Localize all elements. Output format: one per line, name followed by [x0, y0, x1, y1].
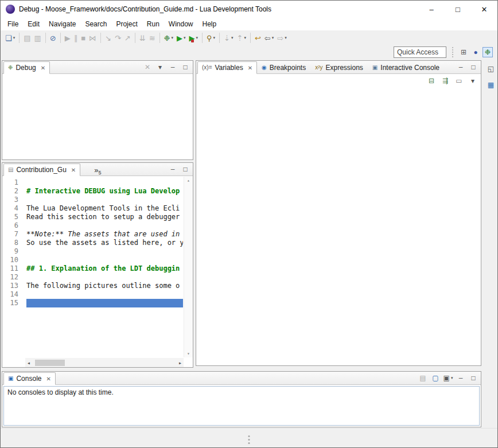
dropdown-arrow-icon[interactable]: ▾ — [272, 36, 274, 40]
editor-line-15[interactable] — [26, 299, 183, 307]
scrollbar-thumb[interactable] — [35, 360, 65, 366]
menu-item-run[interactable]: Run — [142, 19, 164, 29]
editor-horizontal-scrollbar[interactable]: ◂ ▸ — [25, 358, 184, 367]
use-step-filters-button[interactable]: ≋ — [148, 32, 157, 44]
tab-contribution-guide[interactable]: ▤ Contribution_Gu ✕ — [3, 163, 80, 176]
editor-line-3[interactable] — [26, 196, 183, 204]
dropdown-arrow-icon[interactable]: ▾ — [244, 36, 246, 40]
tab-console[interactable]: ▣ Console ✕ — [3, 372, 56, 385]
editor-line-8[interactable]: So use the assets as listed here, or y — [26, 239, 183, 247]
close-icon[interactable]: ✕ — [248, 65, 252, 71]
debug-view-menu-button[interactable]: ▾ — [155, 62, 165, 72]
terminate-button[interactable]: ■ — [80, 32, 87, 44]
scroll-up-icon[interactable]: ▴ — [187, 178, 190, 183]
new-wizard-button[interactable]: ❏▾ — [4, 32, 16, 44]
scroll-down-icon[interactable]: ▾ — [187, 351, 190, 356]
skip-all-breakpoints-button[interactable]: ⊘ — [49, 32, 57, 44]
open-console-monitor-button[interactable]: ▢ — [430, 373, 441, 383]
close-icon[interactable]: ✕ — [46, 376, 50, 382]
open-console-button[interactable]: ▣▾ — [443, 373, 453, 383]
scroll-right-icon[interactable]: ▸ — [178, 360, 182, 366]
close-icon[interactable]: ✕ — [41, 65, 45, 71]
editor-line-11[interactable]: ## 1. Explanation of the LDT debuggin — [26, 264, 183, 273]
menu-item-project[interactable]: Project — [111, 19, 142, 29]
minimized-view-button[interactable]: ▦ — [486, 80, 496, 90]
forward-button[interactable]: ⇨▾ — [276, 32, 287, 44]
suspend-button[interactable]: ∥ — [73, 32, 79, 44]
detail-pane-orientation-button[interactable]: ▭ — [454, 76, 464, 86]
close-icon[interactable]: ✕ — [71, 167, 76, 173]
show-logical-structure-button[interactable]: ⇶ — [440, 76, 450, 86]
minimize-window-button[interactable]: – — [418, 1, 445, 18]
dropdown-arrow-icon[interactable]: ▾ — [196, 36, 199, 40]
editor-vertical-scrollbar[interactable]: ▴ ▾ — [184, 177, 193, 357]
save-button[interactable]: ▤ — [22, 32, 32, 44]
ldt-perspective-button[interactable]: ● — [470, 47, 481, 57]
debug-minimize-button[interactable]: – — [168, 62, 178, 72]
dropdown-arrow-icon[interactable]: ▾ — [13, 36, 15, 40]
open-search-button[interactable]: ⚲▾ — [205, 32, 216, 44]
dropdown-arrow-icon[interactable]: ▾ — [213, 36, 216, 40]
open-perspective-button[interactable]: ⊞ — [458, 47, 469, 57]
drop-to-frame-button[interactable]: ⇊ — [138, 32, 147, 44]
run-button[interactable]: ▶▾ — [176, 32, 187, 44]
menu-item-search[interactable]: Search — [80, 19, 111, 29]
editor-line-5[interactable]: Read this section to setup a debugger — [26, 213, 183, 221]
menu-item-window[interactable]: Window — [164, 19, 198, 29]
editor-line-1[interactable] — [26, 178, 183, 187]
debug-maximize-button[interactable]: □ — [180, 62, 190, 72]
tab-breakpoints[interactable]: ◉Breakpoints — [257, 61, 310, 74]
editor-text[interactable]: # Interactive DEBUG using Lua DevelopThe… — [26, 178, 183, 356]
console-minimize-button[interactable]: – — [456, 373, 466, 383]
step-return-button[interactable]: ↗ — [123, 32, 132, 44]
menu-item-navigate[interactable]: Navigate — [44, 19, 80, 29]
dropdown-arrow-icon[interactable]: ▾ — [231, 36, 234, 40]
resume-button[interactable]: ▶ — [64, 32, 72, 44]
dropdown-arrow-icon[interactable]: ▾ — [184, 36, 186, 40]
next-annotation-button[interactable]: ⇣▾ — [223, 32, 234, 44]
dropdown-arrow-icon[interactable]: ▾ — [285, 36, 287, 40]
external-tools-button[interactable]: ▶▾ — [188, 32, 200, 44]
save-all-button[interactable]: ▥ — [33, 32, 42, 44]
close-window-button[interactable]: ✕ — [471, 1, 497, 18]
debug-button[interactable]: ❉▾ — [163, 32, 174, 44]
previous-annotation-button[interactable]: ⇡▾ — [235, 32, 247, 44]
disconnect-button[interactable]: ⋈ — [88, 32, 98, 44]
menu-item-edit[interactable]: Edit — [23, 19, 44, 29]
back-button[interactable]: ⇦▾ — [263, 32, 275, 44]
editor-line-6[interactable] — [26, 221, 183, 230]
menu-item-help[interactable]: Help — [198, 19, 221, 29]
editor-maximize-button[interactable]: □ — [180, 164, 190, 174]
console-maximize-button[interactable]: □ — [468, 373, 478, 383]
maximize-window-button[interactable]: □ — [445, 1, 471, 18]
editor-line-7[interactable]: **Note:** The assets that are used in — [26, 230, 183, 239]
collapse-all-button[interactable]: ⊟ — [426, 76, 437, 86]
editor-line-10[interactable] — [26, 256, 183, 264]
quick-access-input[interactable]: Quick Access — [394, 46, 446, 58]
editor-minimize-button[interactable]: – — [168, 164, 178, 174]
variables-view-menu-button[interactable]: ▾ — [468, 76, 478, 86]
editor-line-13[interactable]: The following pictures outline some o — [26, 282, 183, 290]
editor-line-9[interactable] — [26, 247, 183, 256]
tab-expressions[interactable]: x²yExpressions — [310, 61, 368, 74]
variables-maximize-button[interactable]: □ — [468, 62, 478, 72]
step-into-button[interactable]: ↘ — [104, 32, 112, 44]
step-over-button[interactable]: ↷ — [114, 32, 122, 44]
editor-line-12[interactable] — [26, 273, 183, 282]
display-selected-console-button[interactable]: ▤ — [418, 373, 428, 383]
tab-debug[interactable]: ❉ Debug ✕ — [3, 61, 50, 74]
dropdown-arrow-icon[interactable]: ▾ — [171, 36, 173, 40]
last-edit-location-button[interactable]: ↩ — [254, 32, 262, 44]
tab-variables[interactable]: (x)=Variables✕ — [197, 61, 257, 74]
resize-grip[interactable] — [248, 435, 250, 444]
menu-item-file[interactable]: File — [3, 19, 23, 29]
editor-line-4[interactable]: The Lua Development Tools in the Ecli — [26, 204, 183, 213]
remove-all-terminated-button[interactable]: ✕ — [142, 62, 153, 72]
variables-minimize-button[interactable]: – — [456, 62, 466, 72]
hidden-editors-chevron[interactable]: »5 — [94, 166, 101, 174]
scroll-left-icon[interactable]: ◂ — [27, 360, 30, 366]
tab-interactive-console[interactable]: ▣Interactive Console — [368, 61, 444, 74]
debug-perspective-button[interactable]: ❉ — [483, 47, 493, 57]
restore-view-button[interactable]: ◱ — [486, 64, 496, 74]
dropdown-arrow-icon[interactable]: ▾ — [451, 376, 453, 380]
